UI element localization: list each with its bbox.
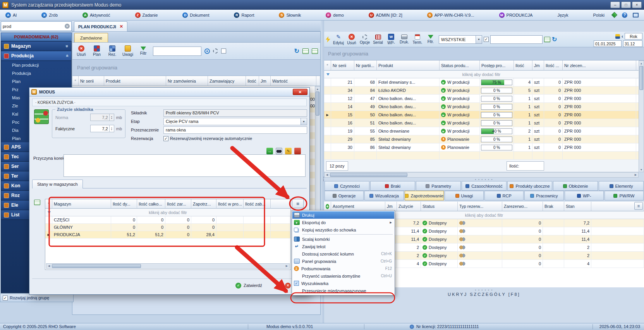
menubar-item-język[interactable]: Język bbox=[557, 12, 568, 18]
column-header-ilość-zab[interactable]: Ilość zab... bbox=[244, 199, 271, 209]
column-header-stan[interactable]: Stan bbox=[564, 202, 591, 211]
spinner-icon[interactable]: ▴▾ bbox=[109, 125, 114, 132]
menubar-item-demo[interactable]: Fdemo bbox=[326, 12, 344, 18]
stock-row[interactable]: CZĘŚCI0000 bbox=[45, 216, 290, 224]
production-row[interactable]: 2168Fotel drewniany s...▶W produkcji75 %… bbox=[324, 78, 639, 86]
reason-textarea[interactable] bbox=[64, 154, 306, 177]
menu-item-kopiuj-wszystko-do-schowka[interactable]: Kopiuj wszystko do schowka bbox=[292, 226, 394, 233]
center-toolbar-checkbox[interactable] bbox=[221, 48, 226, 54]
menubar-item-ai[interactable]: AAI bbox=[5, 12, 17, 18]
production-horizontal-scrollbar[interactable]: ◀ ▶ bbox=[324, 172, 639, 178]
column-header-brak[interactable]: Brak bbox=[543, 202, 564, 211]
rezerwacja-checkbox[interactable]: ✓ bbox=[163, 136, 168, 141]
stock-row[interactable]: GŁÓWNY0000 bbox=[45, 224, 290, 231]
tab-close-icon[interactable]: ✕ bbox=[120, 24, 123, 29]
target-icon[interactable] bbox=[204, 48, 210, 54]
column-header-nr-partii[interactable]: Nr partii... bbox=[354, 60, 377, 71]
stock-filter-row[interactable]: kliknij aby dodać filtr bbox=[45, 209, 290, 216]
screens-icon[interactable] bbox=[633, 13, 639, 17]
etap-dropdown[interactable]: Cięcie PCV rama ▼ bbox=[163, 118, 307, 125]
tab-wp[interactable]: WP- bbox=[565, 191, 604, 200]
date-from-input[interactable]: 01.01.2025 bbox=[594, 40, 622, 47]
help-icon[interactable]: ? bbox=[622, 12, 627, 18]
tool-usuń[interactable]: Usuń bbox=[345, 34, 358, 45]
production-search-input[interactable] bbox=[490, 35, 543, 44]
tab-wizualizacja[interactable]: Wizualizacja bbox=[364, 191, 404, 200]
minimize-button[interactable]: – bbox=[610, 2, 620, 8]
menubar-item-admin-id-2[interactable]: UADMIN [ID: 2] bbox=[369, 12, 402, 18]
menu-item-wyszukiwarka[interactable]: ✓Wyszukiwarka bbox=[292, 280, 394, 287]
menubar-item-dokument[interactable]: DDokument bbox=[182, 12, 209, 18]
column-header-nr-serii[interactable]: Nr serii bbox=[79, 76, 104, 86]
tab-pracownicy[interactable]: Pracownicy bbox=[524, 191, 563, 200]
tool-usuń[interactable]: Usuń bbox=[75, 45, 88, 57]
stock-row[interactable]: ▶PRODUKCJA51,251,2028,4 bbox=[45, 231, 290, 238]
column-header-wartość[interactable]: Wartość bbox=[271, 76, 316, 86]
scrollbar-thumb[interactable] bbox=[52, 264, 141, 268]
tab-produkty-uboczne[interactable]: Produkty uboczne bbox=[507, 181, 552, 191]
spinner-icon[interactable]: ▴▾ bbox=[109, 114, 114, 121]
horizontal-splitter-handle[interactable] bbox=[324, 178, 644, 181]
column-header-nr-serii[interactable]: Nr serii bbox=[331, 60, 354, 71]
norma-input[interactable]: 7,2 ▴▾ bbox=[90, 114, 114, 121]
column-header-nr-zamówienia[interactable]: Nr zamówienia bbox=[166, 76, 208, 86]
tool-filtr[interactable]: Filtr bbox=[137, 45, 150, 57]
tab-rcp[interactable]: RCP bbox=[484, 191, 524, 200]
scroll-left-icon[interactable]: ◀ bbox=[46, 264, 52, 268]
maximize-button[interactable]: □ bbox=[621, 2, 631, 8]
sidebar-item-plan-produkcji[interactable]: Plan produkcji bbox=[1, 61, 71, 69]
tab-pw-rw[interactable]: PW/RW bbox=[605, 191, 644, 200]
refresh-icon[interactable]: ↻ bbox=[294, 48, 299, 54]
confirm-button[interactable]: ✓ Zatwierdź bbox=[235, 281, 262, 290]
menu-item-eksportuj-do[interactable]: ▸Eksportuj do▶ bbox=[292, 219, 394, 226]
column-header-jm[interactable]: Jm bbox=[259, 76, 271, 86]
tool-uwagi[interactable]: Uwagi bbox=[121, 45, 134, 57]
tool-druk[interactable]: Druk. bbox=[398, 34, 411, 45]
tool-plan[interactable]: Plan bbox=[90, 45, 103, 57]
sidebar-item-produkcja[interactable]: Produkcja bbox=[1, 69, 71, 77]
tab-zapotrzebowanie[interactable]: Zapotrzebowanie bbox=[405, 191, 444, 200]
column-header-zużycie[interactable]: Zużycie bbox=[397, 202, 421, 211]
column-header-ilość[interactable]: Ilość bbox=[246, 76, 259, 86]
edit-icon[interactable]: ✎ bbox=[285, 148, 292, 154]
menubar-item-słownik[interactable]: SSłownik bbox=[279, 12, 301, 18]
menu-item-drukuj[interactable]: Drukuj bbox=[292, 211, 394, 219]
production-row[interactable]: 3484Łóżko AKORD▶W produkcji0 %5szt0ZPR 0… bbox=[324, 86, 639, 95]
scrollbar-thumb[interactable] bbox=[330, 173, 407, 177]
menubar-item-zrób[interactable]: XZrób bbox=[41, 12, 58, 18]
detail-column-chooser-button[interactable]: ≡ bbox=[634, 202, 643, 210]
tab-operacje[interactable]: Operacje bbox=[325, 191, 364, 200]
dialog-close-button[interactable]: ✕ bbox=[293, 89, 307, 95]
dialog-titlebar[interactable]: M MODUS ✕ bbox=[29, 88, 309, 97]
scroll-up-icon[interactable]: ▲ bbox=[315, 86, 320, 91]
menu-item-panel-grupowania[interactable]: Panel grupowaniaCtrl+G bbox=[292, 257, 394, 265]
menubar-item-raport[interactable]: RRaport bbox=[234, 12, 254, 18]
date-to-input[interactable]: 31.12 bbox=[623, 40, 642, 47]
stock-horizontal-scrollbar[interactable]: ◀ ▶ bbox=[46, 263, 290, 269]
table-import-icon[interactable] bbox=[302, 48, 309, 54]
scroll-down-icon[interactable]: ▼ bbox=[639, 167, 644, 172]
sidebar-item-plan[interactable]: Plan bbox=[1, 77, 71, 85]
filter-checkbox[interactable]: ✓ bbox=[484, 37, 489, 42]
column-header-ilość-całko[interactable]: Ilość całko... bbox=[137, 199, 165, 209]
tool-rez[interactable]: Rez. bbox=[106, 45, 119, 57]
column-header-ilość[interactable]: Ilość bbox=[514, 60, 532, 71]
tool-edytuj[interactable]: ✎Edytuj bbox=[332, 34, 345, 45]
production-filter-row[interactable]: kliknij aby dodać filtr bbox=[324, 71, 639, 78]
menu-item-zawijaj-tekst[interactable]: ↵Zawijaj tekst bbox=[292, 243, 394, 250]
column-header-magazyn[interactable]: Magazyn bbox=[52, 199, 111, 209]
tab-stany-w-magazynach[interactable]: Stany w magazynach bbox=[32, 180, 83, 188]
period-selector[interactable]: Rok bbox=[625, 33, 642, 40]
column-header-ilość[interactable]: Ilość ... bbox=[544, 60, 563, 71]
scroll-up-icon[interactable]: ▲ bbox=[639, 61, 644, 66]
tab-czasochłonność[interactable]: Czasochłonność bbox=[462, 181, 507, 191]
tab-braki[interactable]: Braki bbox=[370, 181, 415, 191]
scrollbar-thumb[interactable] bbox=[639, 66, 643, 90]
production-group-panel[interactable]: Panel grupowania bbox=[324, 47, 644, 60]
stock-column-chooser-button[interactable]: ≡ bbox=[292, 199, 304, 208]
tool-wp[interactable]: WWP- bbox=[385, 34, 398, 45]
production-row[interactable]: 1449Okno balkon. dwu...▶W produkcji0 %1s… bbox=[324, 103, 639, 111]
menubar-item-app-win-chr-v-9[interactable]: SAPP-WIN-CHR-V.9... bbox=[427, 12, 474, 18]
tab-plan-produkcji[interactable]: PLAN PRODUKCJI ✕ bbox=[74, 21, 127, 31]
binoculars-icon[interactable] bbox=[276, 148, 282, 154]
